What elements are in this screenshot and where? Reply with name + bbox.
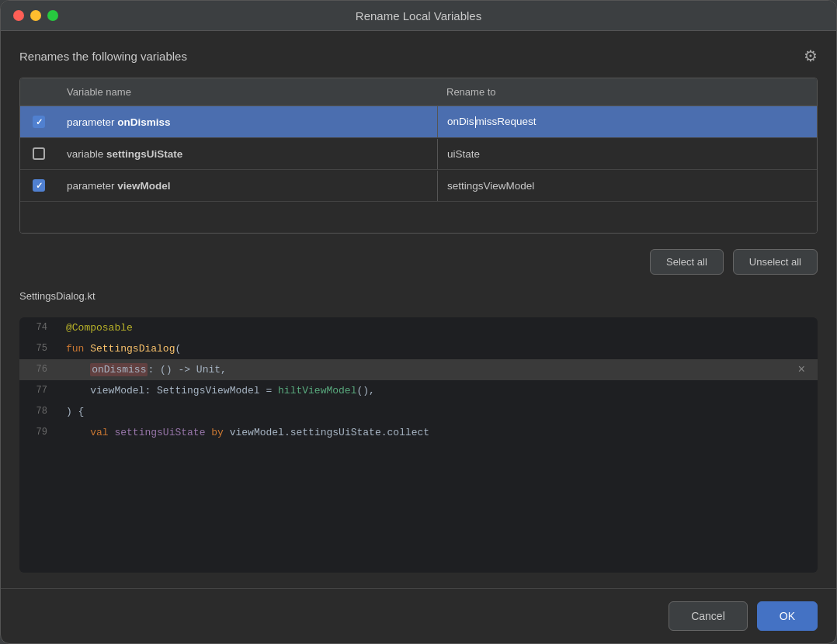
text-cursor bbox=[475, 116, 476, 128]
table-body: parameter onDismiss onDismissRequest var… bbox=[20, 106, 817, 233]
fn-name: SettingsDialog bbox=[90, 343, 175, 355]
highlighted-param: onDismiss bbox=[90, 363, 148, 376]
row-1-type: parameter bbox=[67, 116, 117, 128]
row-3-checkbox-cell[interactable] bbox=[20, 170, 57, 201]
checkbox-1[interactable] bbox=[33, 116, 45, 128]
main-content: Renames the following variables ⚙ Variab… bbox=[1, 31, 836, 588]
line-content-79: val settingsUiState by viewModel.setting… bbox=[57, 422, 818, 443]
line-number-74: 74 bbox=[19, 317, 57, 338]
kw-val: val bbox=[90, 427, 114, 438]
line-number-79: 79 bbox=[19, 422, 57, 442]
row-2-type: variable bbox=[67, 148, 106, 160]
ok-button[interactable]: OK bbox=[757, 601, 818, 631]
close-button[interactable] bbox=[13, 10, 24, 21]
table-empty-row bbox=[20, 202, 817, 233]
table-header: Variable name Rename to bbox=[20, 78, 817, 106]
kw-fun: fun bbox=[66, 343, 90, 355]
line-number-75: 75 bbox=[19, 338, 57, 358]
line-content-75: fun SettingsDialog( bbox=[57, 338, 818, 359]
table-row: variable settingsUiState uiState bbox=[20, 138, 817, 170]
cancel-button[interactable]: Cancel bbox=[669, 601, 748, 631]
minimize-button[interactable] bbox=[30, 10, 41, 21]
unselect-all-button[interactable]: Unselect all bbox=[733, 249, 818, 275]
row-3-bold: viewModel bbox=[117, 180, 170, 192]
dialog-title: Rename Local Variables bbox=[356, 9, 481, 23]
title-bar: Rename Local Variables bbox=[1, 1, 836, 31]
code-block[interactable]: 74 @Composable 75 fun SettingsDialog( 76… bbox=[19, 317, 818, 573]
col-rename: Rename to bbox=[437, 78, 817, 106]
window-controls bbox=[13, 10, 58, 21]
annotation-composable: @Composable bbox=[66, 322, 133, 334]
line-content-78: ) { bbox=[57, 401, 818, 422]
action-row: Select all Unselect all bbox=[19, 249, 818, 275]
code-line-75: 75 fun SettingsDialog( bbox=[19, 338, 818, 359]
header-row: Renames the following variables ⚙ bbox=[19, 47, 818, 65]
rename-dialog: Rename Local Variables Renames the follo… bbox=[0, 0, 837, 644]
col-varname: Variable name bbox=[57, 78, 437, 106]
settings-icon[interactable]: ⚙ bbox=[804, 47, 818, 65]
row-3-rename: settingsViewModel bbox=[437, 171, 817, 201]
row-3-type: parameter bbox=[67, 180, 117, 192]
table-row: parameter viewModel settingsViewModel bbox=[20, 170, 817, 202]
line-number-76: 76 bbox=[19, 359, 57, 379]
table-row: parameter onDismiss onDismissRequest bbox=[20, 106, 817, 138]
line-content-77: viewModel: SettingsViewModel = hiltViewM… bbox=[57, 380, 818, 401]
subtitle-text: Renames the following variables bbox=[19, 50, 187, 63]
var-name-settings: settingsUiState bbox=[114, 427, 205, 438]
col-checkbox bbox=[20, 78, 57, 106]
fn-call-hilt: hiltViewModel bbox=[278, 385, 356, 396]
kw-by: by bbox=[211, 427, 224, 438]
row-1-bold: onDismiss bbox=[117, 116, 170, 128]
checkbox-3[interactable] bbox=[33, 179, 45, 192]
row-1-rename[interactable]: onDismissRequest bbox=[437, 106, 817, 137]
line-number-78: 78 bbox=[19, 401, 57, 421]
checkbox-2[interactable] bbox=[33, 147, 45, 160]
code-line-76: 76 onDismiss: () -> Unit, × bbox=[19, 359, 818, 380]
code-line-74: 74 @Composable bbox=[19, 317, 818, 338]
footer: Cancel OK bbox=[1, 588, 836, 643]
maximize-button[interactable] bbox=[47, 10, 58, 21]
row-1-varname: parameter onDismiss bbox=[57, 107, 437, 137]
row-2-checkbox-cell[interactable] bbox=[20, 138, 57, 169]
select-all-button[interactable]: Select all bbox=[650, 249, 724, 275]
variables-table: Variable name Rename to parameter onDism… bbox=[19, 78, 818, 234]
row-1-checkbox-cell[interactable] bbox=[20, 106, 57, 137]
line-content-76: onDismiss: () -> Unit, bbox=[57, 359, 818, 380]
file-info: SettingsDialog.kt bbox=[19, 287, 818, 305]
row-3-varname: parameter viewModel bbox=[57, 171, 437, 201]
code-line-77: 77 viewModel: SettingsViewModel = hiltVi… bbox=[19, 380, 818, 401]
code-line-79: 79 val settingsUiState by viewModel.sett… bbox=[19, 422, 818, 443]
row-2-bold: settingsUiState bbox=[106, 148, 182, 160]
line-content-74: @Composable bbox=[57, 317, 818, 338]
row-2-rename: uiState bbox=[437, 139, 817, 169]
line-number-77: 77 bbox=[19, 380, 57, 400]
paren-open: ( bbox=[175, 343, 181, 355]
row-2-varname: variable settingsUiState bbox=[57, 139, 437, 169]
close-icon[interactable]: × bbox=[797, 363, 805, 377]
code-line-78: 78 ) { bbox=[19, 401, 818, 422]
